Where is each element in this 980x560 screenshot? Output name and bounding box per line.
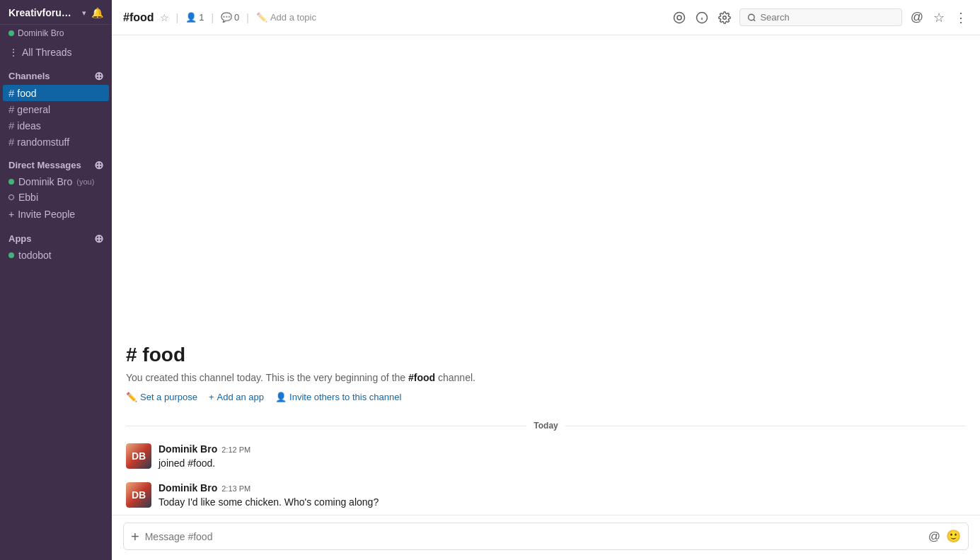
member-count-value: 1 [199, 12, 204, 23]
you-badge: (you) [76, 177, 94, 186]
dm-section-header: Direct Messages ⊕ [0, 150, 112, 174]
workspace-name[interactable]: Kreativforum Fr... [8, 7, 79, 18]
message-input-box: + @ 🙂 [123, 523, 969, 550]
message-input[interactable] [145, 531, 923, 542]
message-group-1: DB Dominik Bro 2:12 PM joined #food. [112, 438, 980, 476]
message-count[interactable]: 💬 0 [221, 12, 239, 23]
search-bar[interactable] [739, 8, 902, 26]
message-author-1: Dominik Bro [158, 443, 217, 455]
message-count-value: 0 [234, 12, 239, 23]
sidebar-item-dm-ebbi[interactable]: Ebbi [0, 189, 112, 205]
plus-small-icon: + [209, 392, 214, 402]
notifications-bell-icon[interactable]: 🔔 [91, 7, 103, 18]
workspace-chevron-icon[interactable]: ▾ [82, 8, 86, 18]
svg-point-1 [677, 16, 681, 20]
add-channel-icon[interactable]: ⊕ [94, 69, 103, 83]
sidebar-item-channel-ideas[interactable]: # ideas [0, 117, 112, 134]
add-app-link[interactable]: + Add an app [209, 392, 264, 402]
message-content-2: Dominik Bro 2:13 PM Today I'd like some … [158, 482, 966, 509]
channel-name-randomstuff: randomstuff [17, 136, 69, 148]
channel-intro: # food You created this channel today. T… [112, 327, 980, 414]
channel-title: #food [123, 11, 154, 24]
svg-point-5 [722, 16, 726, 19]
message-input-area: + @ 🙂 [112, 515, 980, 560]
sidebar-item-channel-general[interactable]: # general [0, 101, 112, 117]
hash-icon: # [8, 136, 14, 148]
starred-items-icon[interactable]: ☆ [932, 8, 946, 27]
user-display-name: Dominik Bro [18, 28, 64, 38]
user-online-dot [8, 30, 14, 36]
plus-icon: + [8, 209, 14, 220]
dm-online-dot [8, 179, 14, 185]
invite-link[interactable]: 👤 Invite others to this channel [275, 392, 401, 402]
member-count[interactable]: 👤 1 [185, 12, 204, 23]
sidebar-item-all-threads[interactable]: ⋮ All Threads [0, 44, 112, 61]
dm-offline-dot [8, 194, 14, 200]
at-mention-icon[interactable]: @ [909, 8, 925, 26]
divider: | [211, 12, 214, 23]
set-purpose-link[interactable]: ✏️ Set a purpose [126, 392, 197, 402]
add-topic-button[interactable]: ✏️ Add a topic [256, 12, 316, 23]
sidebar-item-dm-dominik[interactable]: Dominik Bro (you) [0, 174, 112, 189]
svg-line-7 [754, 19, 755, 21]
messages-area: # food You created this channel today. T… [112, 35, 980, 515]
main-content: #food ☆ | 👤 1 | 💬 0 | ✏️ Add a topic [112, 0, 980, 560]
channel-header-right: @ ☆ ⋮ [671, 8, 969, 27]
apps-section-header: Apps ⊕ [0, 223, 112, 247]
hash-icon: # [8, 119, 14, 132]
channel-name-general: general [17, 104, 50, 115]
hash-icon: # [8, 87, 14, 99]
message-author-2: Dominik Bro [158, 482, 217, 494]
add-topic-label: Add a topic [270, 12, 316, 23]
at-icon[interactable]: @ [928, 530, 940, 544]
sidebar-item-channel-food[interactable]: # food [3, 85, 109, 101]
sidebar-item-channel-randomstuff[interactable]: # randomstuff [0, 134, 112, 150]
person-add-icon: 👤 [275, 392, 287, 402]
message-meta-2: Dominik Bro 2:13 PM [158, 482, 966, 494]
hash-icon: # [8, 103, 14, 115]
link-icon-btn[interactable] [671, 10, 687, 25]
message-text-1: joined #food. [158, 456, 966, 470]
divider: | [176, 12, 179, 23]
sidebar: Kreativforum Fr... ▾ 🔔 Dominik Bro ⋮ All… [0, 0, 112, 560]
channel-header: #food ☆ | 👤 1 | 💬 0 | ✏️ Add a topic [112, 0, 980, 35]
svg-point-0 [674, 12, 684, 23]
sidebar-item-todobot[interactable]: todobot [0, 247, 112, 263]
channels-label: Channels [8, 71, 50, 81]
emoji-icon[interactable]: 🙂 [946, 529, 961, 544]
dm-name-ebbi: Ebbi [18, 192, 38, 203]
message-content-1: Dominik Bro 2:12 PM joined #food. [158, 443, 966, 470]
add-dm-icon[interactable]: ⊕ [94, 158, 103, 172]
app-online-dot [8, 252, 14, 258]
app-name-todobot: todobot [18, 250, 52, 261]
sidebar-item-invite-people[interactable]: + Invite People [0, 205, 112, 223]
all-threads-label: All Threads [22, 47, 72, 58]
today-divider: Today [112, 414, 980, 438]
avatar-dominik-2: DB [126, 482, 151, 508]
star-channel-icon[interactable]: ☆ [160, 12, 169, 23]
more-options-icon[interactable]: ⋮ [953, 8, 969, 27]
channel-intro-title: # food [126, 344, 966, 366]
message-time-1: 2:12 PM [221, 445, 250, 454]
message-icon: 💬 [221, 12, 232, 23]
message-group-2: DB Dominik Bro 2:13 PM Today I'd like so… [112, 477, 980, 515]
invite-people-label: Invite People [18, 209, 75, 220]
search-icon [747, 13, 756, 23]
add-app-icon[interactable]: ⊕ [94, 232, 103, 245]
message-meta-1: Dominik Bro 2:12 PM [158, 443, 966, 455]
pencil-icon: ✏️ [256, 12, 267, 23]
attach-file-icon[interactable]: + [131, 530, 139, 544]
user-status-bar[interactable]: Dominik Bro [0, 25, 112, 44]
settings-gear-icon[interactable] [717, 10, 732, 25]
dm-name-dominik: Dominik Bro [18, 176, 72, 187]
channel-actions: ✏️ Set a purpose + Add an app 👤 Invite o… [126, 392, 966, 402]
workspace-header: Kreativforum Fr... ▾ 🔔 [0, 0, 112, 25]
message-time-2: 2:13 PM [221, 484, 250, 493]
info-icon-btn[interactable] [694, 10, 710, 25]
channels-section-header: Channels ⊕ [0, 61, 112, 85]
search-input[interactable] [760, 12, 894, 23]
channel-header-left: #food ☆ | 👤 1 | 💬 0 | ✏️ Add a topic [123, 11, 671, 24]
svg-point-6 [748, 14, 754, 20]
message-text-2: Today I'd like some chicken. Who's comin… [158, 495, 966, 509]
dm-label: Direct Messages [8, 160, 81, 170]
